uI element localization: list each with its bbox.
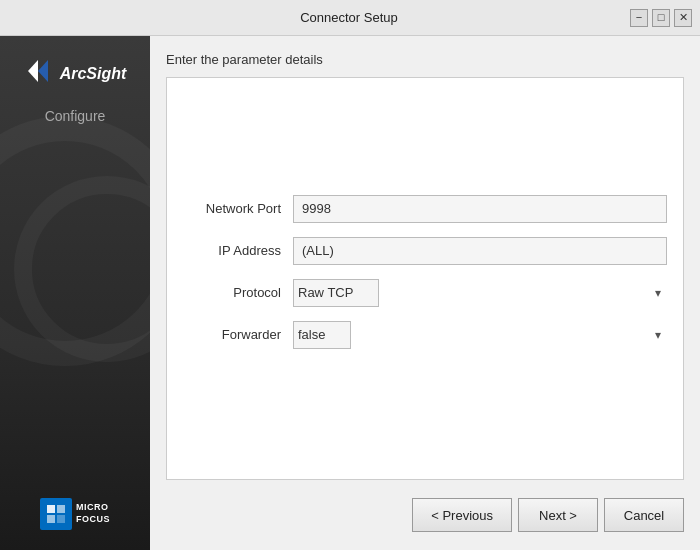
content-header: Enter the parameter details bbox=[166, 52, 684, 67]
previous-button[interactable]: < Previous bbox=[412, 498, 512, 532]
ip-address-label: IP Address bbox=[183, 243, 293, 258]
ip-address-input[interactable] bbox=[293, 237, 667, 265]
protocol-select[interactable]: Raw TCP UDP TCP bbox=[293, 279, 379, 307]
microfocus-logo-area: MICRO FOCUS bbox=[40, 498, 110, 530]
svg-marker-0 bbox=[28, 60, 38, 82]
title-bar: Connector Setup − □ ✕ bbox=[0, 0, 700, 36]
configure-label: Configure bbox=[45, 108, 106, 124]
cancel-button[interactable]: Cancel bbox=[604, 498, 684, 532]
forwarder-label: Forwarder bbox=[183, 327, 293, 342]
microfocus-logo: MICRO FOCUS bbox=[40, 498, 110, 530]
protocol-select-wrapper: Raw TCP UDP TCP bbox=[293, 279, 667, 307]
content-area: Enter the parameter details Network Port… bbox=[150, 36, 700, 550]
protocol-row: Protocol Raw TCP UDP TCP bbox=[183, 279, 667, 307]
network-port-input[interactable] bbox=[293, 195, 667, 223]
form-panel: Network Port IP Address Protocol Raw TCP… bbox=[166, 77, 684, 480]
microfocus-text: MICRO FOCUS bbox=[76, 502, 110, 525]
main-layout: ArcSight Configure MICRO FOCUS bbox=[0, 36, 700, 550]
footer-buttons: < Previous Next > Cancel bbox=[166, 492, 684, 534]
network-port-label: Network Port bbox=[183, 201, 293, 216]
microfocus-icon bbox=[40, 498, 72, 530]
svg-marker-1 bbox=[38, 60, 48, 82]
sidebar: ArcSight Configure MICRO FOCUS bbox=[0, 36, 150, 550]
svg-rect-4 bbox=[47, 515, 55, 523]
ip-address-row: IP Address bbox=[183, 237, 667, 265]
forwarder-row: Forwarder false true bbox=[183, 321, 667, 349]
minimize-button[interactable]: − bbox=[630, 9, 648, 27]
close-button[interactable]: ✕ bbox=[674, 9, 692, 27]
window-title: Connector Setup bbox=[68, 10, 630, 25]
arcsight-logo-text: ArcSight bbox=[60, 65, 127, 83]
next-button[interactable]: Next > bbox=[518, 498, 598, 532]
window-controls: − □ ✕ bbox=[630, 9, 692, 27]
forwarder-select[interactable]: false true bbox=[293, 321, 351, 349]
svg-rect-3 bbox=[57, 505, 65, 513]
svg-rect-5 bbox=[57, 515, 65, 523]
logo-area: ArcSight bbox=[24, 56, 127, 92]
maximize-button[interactable]: □ bbox=[652, 9, 670, 27]
forwarder-select-wrapper: false true bbox=[293, 321, 667, 349]
protocol-label: Protocol bbox=[183, 285, 293, 300]
svg-rect-2 bbox=[47, 505, 55, 513]
arcsight-logo-icon bbox=[24, 56, 54, 92]
network-port-row: Network Port bbox=[183, 195, 667, 223]
